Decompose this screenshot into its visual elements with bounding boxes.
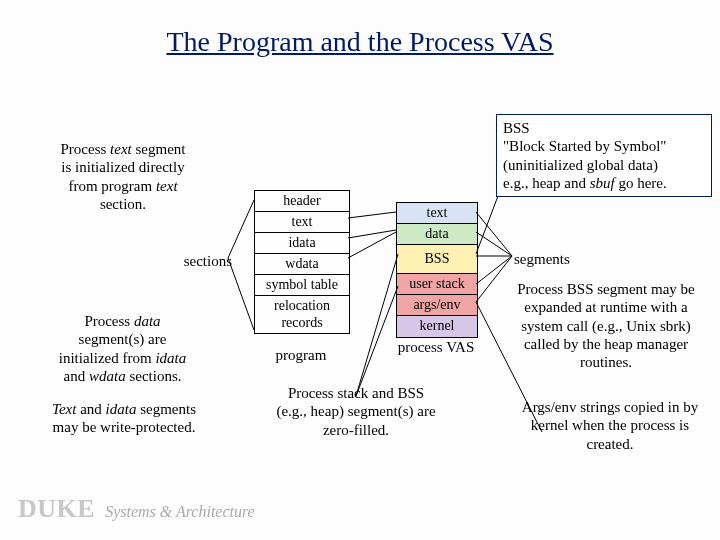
prog-row-idata: idata — [255, 233, 349, 254]
svg-line-9 — [476, 256, 512, 302]
vas-row-args: args/env — [397, 295, 477, 316]
page-title: The Program and the Process VAS — [0, 26, 720, 58]
vas-row-kernel: kernel — [397, 316, 477, 336]
program-sections-table: header text idata wdata symbol table rel… — [254, 190, 350, 334]
caption-write-protected: Text and idata segmentsmay be write-prot… — [34, 400, 214, 437]
footer: DUKE Systems & Architecture — [18, 494, 255, 524]
vas-row-data: data — [397, 224, 477, 245]
footer-sub: Systems & Architecture — [105, 503, 255, 520]
prog-row-header: header — [255, 191, 349, 212]
svg-line-1 — [348, 230, 396, 238]
svg-line-3 — [228, 200, 254, 258]
svg-line-8 — [476, 256, 512, 284]
label-process-vas: process VAS — [388, 338, 484, 356]
svg-line-10 — [476, 196, 498, 254]
label-sections: sections — [152, 252, 232, 270]
connector-lines — [0, 0, 720, 540]
svg-line-2 — [348, 232, 396, 258]
vas-segments-table: text data BSS user stack args/env kernel — [396, 202, 478, 338]
caption-text-segment: Process text segmentis initialized direc… — [38, 140, 208, 213]
label-segments: segments — [514, 250, 594, 268]
vas-row-stack: user stack — [397, 274, 477, 295]
svg-line-6 — [476, 232, 512, 256]
svg-line-5 — [476, 212, 512, 256]
slide: The Program and the Process VAS Process … — [0, 0, 720, 540]
caption-args-env: Args/env strings copied in by kernel whe… — [520, 398, 700, 453]
footer-org: DUKE — [18, 494, 95, 523]
prog-row-symbol: symbol table — [255, 275, 349, 296]
bss-definition-box: BSS "Block Started by Symbol" (uninitial… — [496, 114, 712, 197]
prog-row-wdata: wdata — [255, 254, 349, 275]
vas-row-bss: BSS — [397, 245, 477, 274]
prog-row-reloc: relocation records — [255, 296, 349, 332]
caption-stack-bss: Process stack and BSS(e.g., heap) segmen… — [236, 384, 476, 439]
vas-row-text: text — [397, 203, 477, 224]
caption-data-segment: Process datasegment(s) areinitialized fr… — [30, 312, 215, 385]
caption-bss-expand: Process BSS segment may be expanded at r… — [508, 280, 704, 371]
prog-row-text: text — [255, 212, 349, 233]
svg-line-0 — [348, 212, 396, 218]
label-program: program — [254, 346, 348, 364]
svg-line-13 — [356, 254, 398, 396]
